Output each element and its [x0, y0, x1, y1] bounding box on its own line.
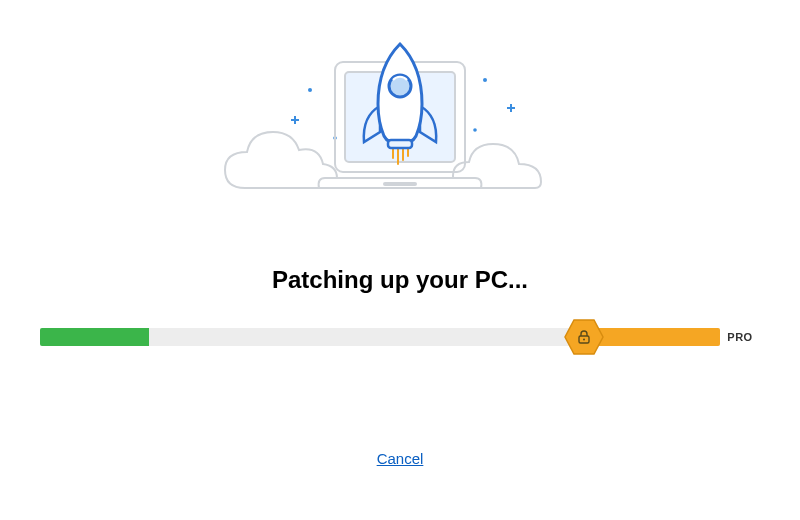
status-heading: Patching up your PC... [0, 266, 800, 294]
svg-rect-16 [388, 140, 412, 148]
svg-point-19 [583, 339, 585, 341]
lock-icon [576, 329, 592, 345]
svg-point-0 [308, 88, 312, 92]
progress-track [40, 328, 720, 346]
progress-bar: PRO [40, 322, 760, 354]
pro-label: PRO [720, 326, 760, 348]
svg-point-3 [483, 78, 487, 82]
svg-rect-10 [383, 182, 417, 186]
rocket-laptop-icon [215, 30, 585, 210]
hero-illustration [0, 30, 800, 210]
progress-fill-pro [584, 328, 720, 346]
progress-fill-complete [40, 328, 149, 346]
svg-point-15 [389, 75, 411, 97]
svg-point-2 [473, 128, 477, 132]
cancel-link[interactable]: Cancel [377, 450, 424, 467]
footer-actions: Cancel [0, 450, 800, 468]
pro-lock-badge [564, 319, 604, 355]
